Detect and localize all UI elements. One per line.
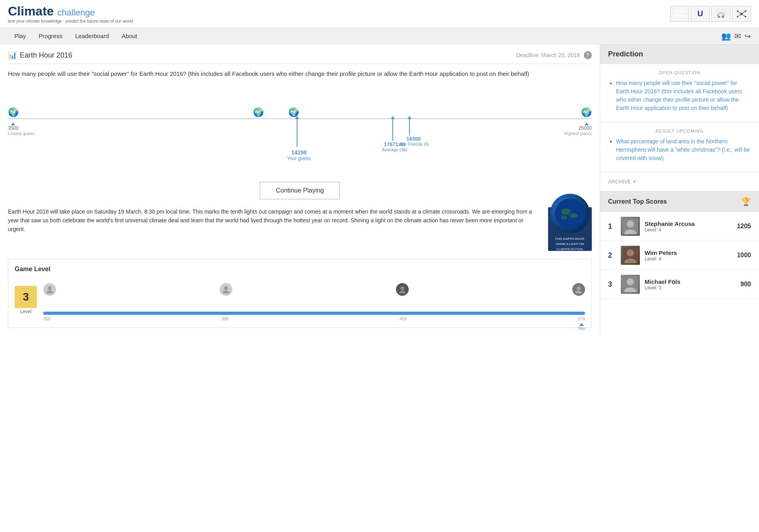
min-val: 3500 [8,125,35,131]
level-display: 3 Level [15,279,585,321]
result-upcoming-list: What percentage of land area in the Nort… [608,137,751,162]
svg-point-23 [576,291,582,293]
result-upcoming-link[interactable]: What percentage of land area in the Nort… [616,138,750,161]
marker-450 [396,283,409,296]
deadline: Deadline: March 20, 2016 [516,52,580,58]
archive-section: ARCHIVE ▼ [600,172,759,191]
max-labels: 25000 Highest guess [564,122,592,136]
logo-challenge: challenge [57,8,95,17]
result-upcoming-section: RESULT UPCOMING What percentage of land … [600,122,759,172]
globe-left: 🌍 [8,107,19,118]
svg-point-1 [718,15,720,18]
svg-point-22 [577,286,581,290]
open-question-label: OPEN QUESTION [608,70,751,75]
u-icon: U [691,6,710,22]
continue-playing-button[interactable]: Continue Playing [260,182,340,199]
network-icon [732,6,751,22]
top-scores-header: Current Top Scores 🏆 [600,191,759,212]
svg-point-21 [399,291,406,293]
svg-point-20 [400,286,404,290]
svg-point-14 [570,213,578,218]
nav-leaderboard[interactable]: Leaderboard [69,28,115,44]
header-icons: NOAAClimate U [670,6,751,22]
svg-point-28 [627,249,634,256]
logo-sub: test your climate knowledge · predict th… [8,19,133,23]
continue-btn-container: Continue Playing [8,182,592,199]
question-header: 📊 Earth Hour 2016 Deadline: March 20, 20… [8,51,592,64]
tick-380: 380 [222,316,229,321]
help-icon[interactable]: ? [584,51,592,59]
barchart-icon: 📊 [8,51,17,60]
open-question-link[interactable]: How many people will use their "social p… [616,80,742,111]
avatar-1 [621,217,640,236]
mail-icon[interactable]: ✉ [734,31,741,41]
level-tick-labels: 350 380 450 570 [43,316,585,321]
image-caption: THIS EARTH HOUR, SHINE A LIGHT ON CLIMAT… [548,235,592,253]
your-guess-label: 14150 Your guess [285,149,313,161]
you-marker: You [577,323,585,331]
users-icon[interactable]: 👥 [721,31,731,41]
level-bar [43,312,585,315]
svg-point-19 [223,291,229,293]
avatar-380 [220,283,232,296]
open-question-list: How many people will use their "social p… [608,79,751,112]
avatar-450 [396,283,409,296]
score-name-2: Wim Peters [645,249,732,256]
rank-3: 3 [608,280,616,289]
min-label: Lowest guess [8,131,35,136]
logo-climate: Climate [8,4,54,18]
level-badge-container: 3 Level [15,286,37,314]
rank-2: 2 [608,251,616,260]
svg-rect-0 [716,9,726,19]
svg-point-31 [627,278,634,285]
archive-label[interactable]: ARCHIVE ▼ [608,179,751,185]
svg-point-2 [722,15,724,18]
tick-350: 350 [43,316,50,321]
marker-570 [572,283,585,296]
friends-line [409,119,410,135]
event-image: THIS EARTH HOUR, SHINE A LIGHT ON CLIMAT… [548,207,592,251]
image-caption2: 80+ [565,255,575,264]
level-bar-area: 350 380 450 570 You [43,279,585,321]
score-points-3: 900 [740,281,751,288]
score-name-3: Michael Föls [645,278,736,285]
question-title-row: 📊 Earth Hour 2016 [8,51,72,60]
game-level-section: Game Level 3 Level [8,259,592,328]
globe-right: 🌍 [581,107,592,118]
logout-icon[interactable]: ↪ [744,31,751,41]
top-scores-title: Current Top Scores [608,198,667,205]
nav-progress[interactable]: Progress [32,28,69,44]
avatar-2 [621,246,640,265]
svg-line-10 [738,14,742,17]
main: 📊 Earth Hour 2016 Deadline: March 20, 20… [0,44,759,334]
game-level-title: Game Level [15,266,585,273]
svg-point-16 [48,286,52,290]
nav-right: 👥 ✉ ↪ [721,31,751,41]
score-level-1: Level: 4 [645,227,732,233]
nav-play[interactable]: Play [8,28,32,44]
question-text: How many people will use their "social p… [8,69,592,79]
your-guess-line [297,119,297,147]
score-info-1: Stephanie Arcusa Level: 4 [645,220,732,233]
result-upcoming-label: RESULT UPCOMING [608,129,751,133]
nav-about[interactable]: About [115,28,143,44]
left-panel: 📊 Earth Hour 2016 Deadline: March 20, 20… [0,44,600,334]
level-markers-row [43,283,585,296]
you-label: You [577,326,585,331]
svg-point-25 [627,220,634,227]
score-info-2: Wim Peters Level: 4 [645,249,732,262]
score-level-3: Level: 3 [645,285,736,291]
svg-line-11 [742,14,745,17]
globe-mid: 🌍 [253,107,264,118]
noaa-icon: NOAAClimate [670,6,689,22]
nav: Play Progress Leaderboard About 👥 ✉ ↪ [0,28,759,44]
svg-point-13 [561,208,571,215]
marker-350 [43,283,56,296]
score-row-3: 3 Michael Föls Level: 3 900 [600,270,759,299]
svg-point-17 [46,291,53,293]
trophy-icon: 🏆 [741,197,751,206]
score-name-1: Stephanie Arcusa [645,220,732,227]
score-row-1: 1 Stephanie Arcusa Level: 4 1205 [600,212,759,241]
score-points-1: 1205 [737,223,751,230]
svg-line-8 [738,11,742,14]
